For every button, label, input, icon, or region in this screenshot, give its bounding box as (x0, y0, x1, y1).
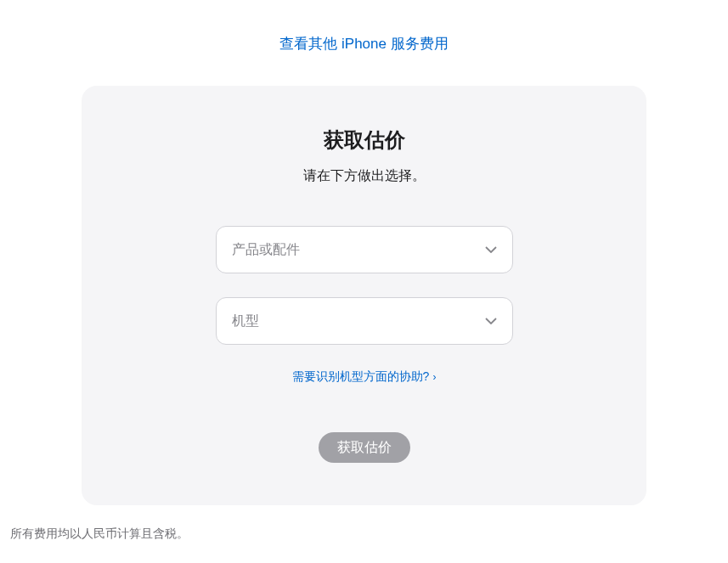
chevron-down-icon (485, 318, 497, 324)
model-select-placeholder: 机型 (232, 312, 259, 330)
card-title: 获取估价 (116, 127, 612, 154)
footer-note-1: 所有费用均以人民币计算且含税。 (10, 524, 707, 543)
chevron-down-icon (485, 246, 497, 253)
help-link-label: 需要识别机型方面的协助? (292, 369, 430, 385)
chevron-right-icon: › (432, 371, 436, 383)
other-services-link[interactable]: 查看其他 iPhone 服务费用 (0, 34, 728, 53)
model-select[interactable]: 机型 (216, 297, 513, 345)
get-estimate-button[interactable]: 获取估价 (319, 432, 410, 463)
card-subtitle: 请在下方做出选择。 (116, 167, 612, 185)
product-select-placeholder: 产品或配件 (232, 241, 300, 259)
estimate-card: 获取估价 请在下方做出选择。 产品或配件 机型 需要识别机型方面的协助? › (82, 86, 646, 505)
identify-model-link[interactable]: 需要识别机型方面的协助? › (292, 369, 437, 385)
product-select[interactable]: 产品或配件 (216, 226, 513, 273)
